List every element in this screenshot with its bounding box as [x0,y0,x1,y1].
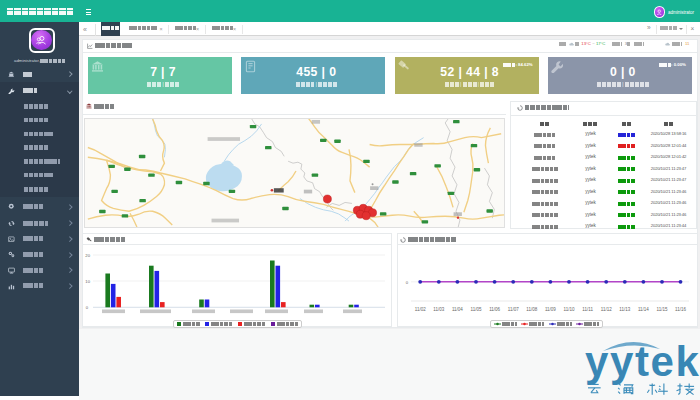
svg-text:11/08: 11/08 [526,307,537,312]
svg-text:11/02: 11/02 [414,307,425,312]
svg-text:11/14: 11/14 [637,307,648,312]
svg-text:0: 0 [86,305,89,310]
svg-text:11/06: 11/06 [489,307,500,312]
svg-text:11/15: 11/15 [656,307,667,312]
svg-text:11/12: 11/12 [600,307,611,312]
svg-text:11/04: 11/04 [451,307,462,312]
svg-text:20: 20 [85,253,90,258]
svg-text:11/07: 11/07 [507,307,518,312]
svg-text:11/11: 11/11 [582,307,593,312]
svg-text:11/03: 11/03 [433,307,444,312]
svg-text:11/13: 11/13 [619,307,630,312]
svg-text:11/09: 11/09 [544,307,555,312]
svg-text:11/10: 11/10 [563,307,574,312]
svg-text:10: 10 [85,279,90,284]
svg-text:11/16: 11/16 [675,307,686,312]
svg-text:11/05: 11/05 [470,307,481,312]
svg-text:0: 0 [405,280,408,285]
